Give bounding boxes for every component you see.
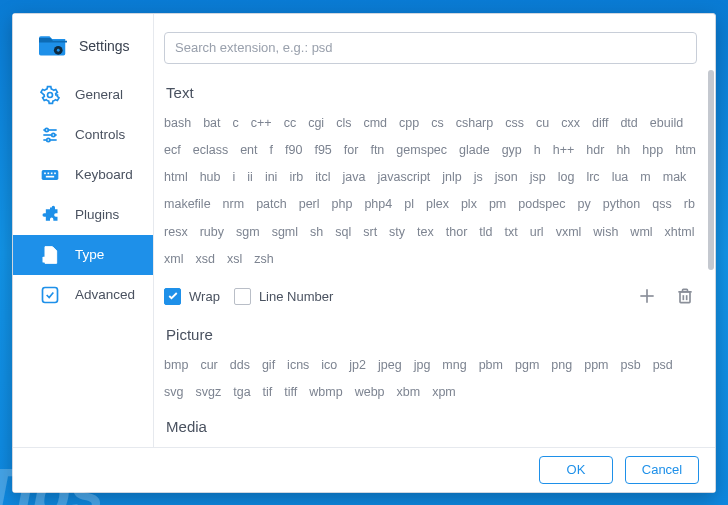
extension-item[interactable]: bat bbox=[203, 113, 220, 134]
extension-item[interactable]: cls bbox=[336, 113, 351, 134]
extension-item[interactable]: hub bbox=[200, 167, 221, 188]
extension-item[interactable]: eclass bbox=[193, 140, 228, 161]
extension-item[interactable]: hh bbox=[616, 140, 630, 161]
extension-item[interactable]: jpeg bbox=[378, 355, 402, 376]
extension-item[interactable]: xhtml bbox=[665, 222, 695, 243]
add-button[interactable] bbox=[635, 284, 659, 308]
extension-item[interactable]: sgm bbox=[236, 222, 260, 243]
extension-item[interactable]: xsl bbox=[227, 249, 242, 270]
extension-item[interactable]: mng bbox=[442, 355, 466, 376]
extension-item[interactable]: css bbox=[505, 113, 524, 134]
scrollbar[interactable] bbox=[707, 32, 709, 447]
sidebar-item-type[interactable]: Type bbox=[13, 235, 153, 275]
extension-item[interactable]: htm bbox=[675, 140, 696, 161]
extension-item[interactable]: python bbox=[603, 194, 641, 215]
sidebar-item-general[interactable]: General bbox=[13, 75, 153, 115]
wrap-checkbox[interactable]: Wrap bbox=[164, 288, 220, 305]
extension-item[interactable]: c bbox=[233, 113, 239, 134]
extension-item[interactable]: xsd bbox=[196, 249, 215, 270]
extension-item[interactable]: psb bbox=[621, 355, 641, 376]
extension-item[interactable]: c++ bbox=[251, 113, 272, 134]
extension-item[interactable]: html bbox=[164, 167, 188, 188]
extension-item[interactable]: hpp bbox=[642, 140, 663, 161]
extension-item[interactable]: ppm bbox=[584, 355, 608, 376]
extension-item[interactable]: thor bbox=[446, 222, 468, 243]
extension-item[interactable]: pbm bbox=[479, 355, 503, 376]
extension-item[interactable]: pl bbox=[404, 194, 414, 215]
ok-button[interactable]: OK bbox=[539, 456, 613, 484]
extension-item[interactable]: jsp bbox=[530, 167, 546, 188]
extension-item[interactable]: patch bbox=[256, 194, 287, 215]
extension-item[interactable]: pm bbox=[489, 194, 506, 215]
extension-item[interactable]: tld bbox=[479, 222, 492, 243]
extension-item[interactable]: javascript bbox=[378, 167, 431, 188]
extension-item[interactable]: wml bbox=[630, 222, 652, 243]
extension-item[interactable]: svgz bbox=[196, 382, 222, 403]
extension-item[interactable]: gemspec bbox=[396, 140, 447, 161]
search-input[interactable] bbox=[164, 32, 697, 64]
extension-item[interactable]: lua bbox=[612, 167, 629, 188]
extension-item[interactable]: vxml bbox=[556, 222, 582, 243]
extension-item[interactable]: ebuild bbox=[650, 113, 683, 134]
extension-item[interactable]: jp2 bbox=[349, 355, 366, 376]
extension-item[interactable]: cur bbox=[200, 355, 217, 376]
extension-item[interactable]: nrm bbox=[223, 194, 245, 215]
extension-item[interactable]: podspec bbox=[518, 194, 565, 215]
extension-item[interactable]: f bbox=[270, 140, 273, 161]
extension-item[interactable]: tiff bbox=[284, 382, 297, 403]
extension-item[interactable]: sgml bbox=[272, 222, 298, 243]
extension-item[interactable]: tga bbox=[233, 382, 250, 403]
extension-item[interactable]: i bbox=[233, 167, 236, 188]
extension-item[interactable]: f95 bbox=[314, 140, 331, 161]
extension-item[interactable]: json bbox=[495, 167, 518, 188]
extension-item[interactable]: php4 bbox=[364, 194, 392, 215]
extension-item[interactable]: xpm bbox=[432, 382, 456, 403]
extension-item[interactable]: makefile bbox=[164, 194, 211, 215]
extension-item[interactable]: webp bbox=[355, 382, 385, 403]
extension-item[interactable]: wish bbox=[593, 222, 618, 243]
extension-item[interactable]: php bbox=[332, 194, 353, 215]
extension-item[interactable]: pgm bbox=[515, 355, 539, 376]
extension-item[interactable]: perl bbox=[299, 194, 320, 215]
extension-item[interactable]: m bbox=[640, 167, 650, 188]
extension-item[interactable]: py bbox=[578, 194, 591, 215]
extension-item[interactable]: cgi bbox=[308, 113, 324, 134]
extension-item[interactable]: dds bbox=[230, 355, 250, 376]
extension-item[interactable]: log bbox=[558, 167, 575, 188]
extension-item[interactable]: ico bbox=[321, 355, 337, 376]
extension-item[interactable]: ii bbox=[247, 167, 253, 188]
sidebar-item-plugins[interactable]: Plugins bbox=[13, 195, 153, 235]
sidebar-item-keyboard[interactable]: Keyboard bbox=[13, 155, 153, 195]
extension-item[interactable]: jpg bbox=[414, 355, 431, 376]
extension-item[interactable]: txt bbox=[505, 222, 518, 243]
scrollbar-thumb[interactable] bbox=[708, 70, 714, 270]
extension-item[interactable]: dtd bbox=[620, 113, 637, 134]
extension-item[interactable]: srt bbox=[363, 222, 377, 243]
extension-item[interactable]: rb bbox=[684, 194, 695, 215]
extension-item[interactable]: icns bbox=[287, 355, 309, 376]
extension-item[interactable]: cmd bbox=[363, 113, 387, 134]
extension-item[interactable]: jnlp bbox=[442, 167, 461, 188]
delete-button[interactable] bbox=[673, 284, 697, 308]
extension-item[interactable]: f90 bbox=[285, 140, 302, 161]
sidebar-item-advanced[interactable]: Advanced bbox=[13, 275, 153, 315]
extension-item[interactable]: gif bbox=[262, 355, 275, 376]
extension-item[interactable]: plx bbox=[461, 194, 477, 215]
extension-item[interactable]: h bbox=[534, 140, 541, 161]
cancel-button[interactable]: Cancel bbox=[625, 456, 699, 484]
extension-item[interactable]: xbm bbox=[397, 382, 421, 403]
extension-item[interactable]: gyp bbox=[502, 140, 522, 161]
extension-item[interactable]: bash bbox=[164, 113, 191, 134]
extension-item[interactable]: cpp bbox=[399, 113, 419, 134]
extension-item[interactable]: mak bbox=[663, 167, 687, 188]
extension-item[interactable]: resx bbox=[164, 222, 188, 243]
extension-item[interactable]: irb bbox=[289, 167, 303, 188]
extension-item[interactable]: psd bbox=[653, 355, 673, 376]
extension-item[interactable]: ruby bbox=[200, 222, 224, 243]
extension-item[interactable]: lrc bbox=[586, 167, 599, 188]
extension-item[interactable]: csharp bbox=[456, 113, 494, 134]
extension-item[interactable]: java bbox=[343, 167, 366, 188]
extension-item[interactable]: zsh bbox=[254, 249, 273, 270]
extension-item[interactable]: cs bbox=[431, 113, 444, 134]
extension-item[interactable]: tex bbox=[417, 222, 434, 243]
